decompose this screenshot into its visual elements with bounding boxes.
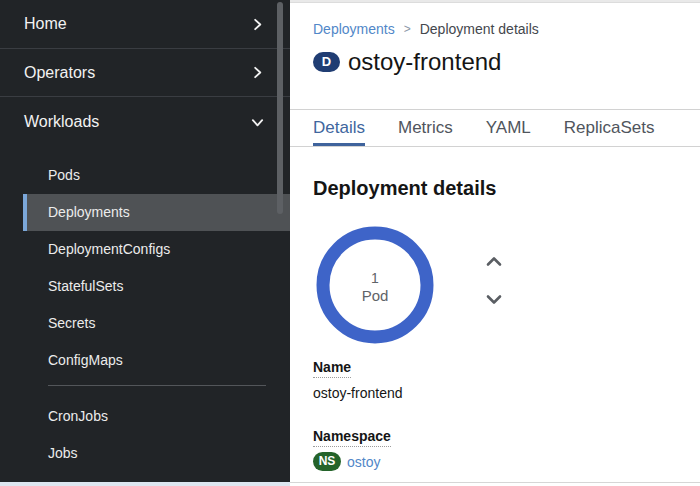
sidebar-item-configmaps[interactable]: ConfigMaps [23,342,290,379]
sidebar-item-deployments[interactable]: Deployments [23,194,290,231]
chevron-down-icon [486,294,502,305]
masthead-shadow [290,0,700,3]
namespace-link-ostoy[interactable]: ostoy [347,454,380,470]
sidebar-item-label: Home [24,15,67,33]
namespace-value-row: NS ostoy [313,452,700,471]
tab-details[interactable]: Details [313,110,365,146]
sidebar-bottom-edge [0,482,290,486]
donut-pod-unit: Pod [362,287,389,304]
sidebar-item-pods[interactable]: Pods [23,157,290,194]
breadcrumb-link-deployments[interactable]: Deployments [313,21,395,37]
sidebar-item-label: Operators [24,64,95,82]
sidebar-item-cronjobs[interactable]: CronJobs [23,398,290,435]
breadcrumb-separator-icon: > [404,22,411,36]
pod-count-section: 1 Pod [316,226,676,346]
workloads-subnav: Pods Deployments DeploymentConfigs State… [23,157,290,472]
sidebar-item-statefulsets[interactable]: StatefulSets [23,268,290,305]
sidebar-item-jobs[interactable]: Jobs [23,435,290,472]
chevron-down-icon [251,116,264,129]
namespace-label: Namespace [313,428,700,444]
content-bottom-edge [290,482,700,486]
tab-replicasets[interactable]: ReplicaSets [564,110,655,146]
chevron-up-icon [486,256,502,267]
openshift-console: Home Operators Workloads Pods Deployment… [0,0,700,486]
name-label: Name [313,359,700,375]
section-heading: Deployment details [313,177,700,200]
name-value: ostoy-frontend [313,385,700,401]
sidebar-scrollbar[interactable] [277,2,283,214]
namespace-resource-badge: NS [313,452,341,471]
scale-up-button[interactable] [484,254,504,269]
sidebar-item-deploymentconfigs[interactable]: DeploymentConfigs [23,231,290,268]
chevron-right-icon [251,66,264,79]
scale-down-button[interactable] [484,292,504,307]
breadcrumb-current: Deployment details [420,21,539,37]
chevron-right-icon [251,18,264,31]
sidebar-item-secrets[interactable]: Secrets [23,305,290,342]
subnav-divider [48,385,266,386]
sidebar-item-home[interactable]: Home [0,0,290,48]
sidebar-item-operators[interactable]: Operators [0,48,290,96]
breadcrumb: Deployments > Deployment details [313,21,700,37]
pod-count-donut: 1 Pod [316,226,434,344]
main-content: Deployments > Deployment details D ostoy… [290,0,700,486]
page-title: D ostoy-frontend [313,47,700,77]
sidebar-nav: Home Operators Workloads Pods Deployment… [0,0,290,482]
details-list: Name ostoy-frontend Namespace NS ostoy [313,359,700,471]
donut-pod-count: 1 [371,270,379,286]
tab-metrics[interactable]: Metrics [398,110,453,146]
horizontal-nav-tabs: Details Metrics YAML ReplicaSets [290,109,700,147]
deployment-resource-badge: D [313,52,340,72]
sidebar-item-workloads[interactable]: Workloads [0,96,290,157]
sidebar-item-label: Workloads [24,113,99,131]
tab-yaml[interactable]: YAML [486,110,531,146]
deployment-name-title: ostoy-frontend [348,47,501,77]
